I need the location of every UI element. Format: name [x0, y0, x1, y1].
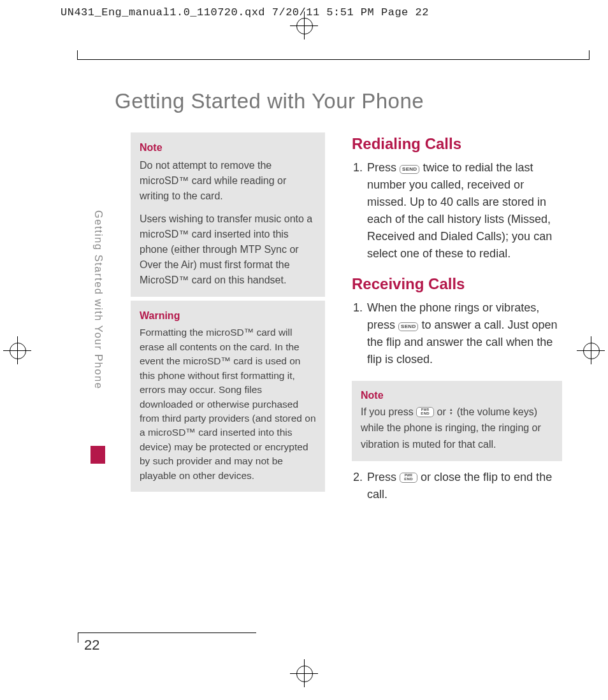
redialing-steps: Press SEND twice to redial the last numb…: [352, 159, 562, 262]
section-heading-receiving: Receiving Calls: [352, 275, 562, 293]
list-item: Press SEND twice to redial the last numb…: [366, 159, 562, 262]
note-text: Do not attempt to remove the microSD™ ca…: [140, 158, 316, 204]
note-label: Note: [361, 390, 384, 401]
send-key-icon: SEND: [398, 322, 418, 331]
print-header: UN431_Eng_manual1.0_110720.qxd 7/20/11 5…: [61, 6, 429, 18]
note-box: Note If you press PWREND or ▴▾ (the volu…: [352, 381, 562, 461]
crop-mark-bottom: [78, 632, 256, 633]
warning-box: Warning Formatting the microSD™ card wil…: [131, 301, 325, 492]
registration-mark-icon: [3, 336, 31, 364]
note-label: Note: [140, 140, 316, 155]
registration-mark-icon: [290, 659, 318, 687]
crop-mark-top: [78, 59, 589, 60]
left-column: Note Do not attempt to remove the microS…: [131, 132, 325, 516]
end-key-icon: PWREND: [400, 473, 417, 483]
side-running-head: Getting Started with Your Phone: [92, 210, 105, 433]
end-key-icon: PWREND: [416, 407, 434, 417]
receiving-steps-cont: Press PWREND or close the flip to end th…: [352, 469, 562, 503]
warning-text: Formatting the microSD™ card will erase …: [140, 325, 316, 483]
page-title: Getting Started with Your Phone: [115, 89, 586, 113]
right-column: Redialing Calls Press SEND twice to redi…: [352, 132, 562, 516]
note-box: Note Do not attempt to remove the microS…: [131, 132, 325, 297]
page-body: Getting Started with Your Phone Getting …: [83, 64, 586, 516]
send-key-icon: SEND: [400, 165, 419, 174]
section-heading-redialing: Redialing Calls: [352, 135, 562, 153]
receiving-steps: When the phone rings or vibrates, press …: [352, 299, 562, 368]
volume-keys-icon: ▴▾: [449, 408, 454, 415]
warning-label: Warning: [140, 308, 316, 323]
note-text: Users wishing to transfer music onto a m…: [140, 211, 316, 288]
list-item: Press PWREND or close the flip to end th…: [366, 469, 562, 503]
page-number: 22: [84, 637, 99, 654]
side-accent: [90, 446, 105, 464]
list-item: When the phone rings or vibrates, press …: [366, 299, 562, 368]
